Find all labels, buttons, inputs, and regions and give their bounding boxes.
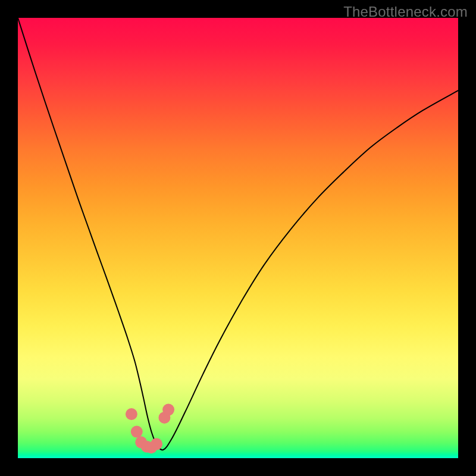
highlight-dot (131, 426, 143, 438)
highlight-dot (162, 404, 174, 416)
bottleneck-curve (18, 18, 458, 450)
highlight-dot (151, 438, 162, 450)
highlight-dot (126, 408, 137, 420)
bottleneck-curve-svg (0, 0, 476, 476)
